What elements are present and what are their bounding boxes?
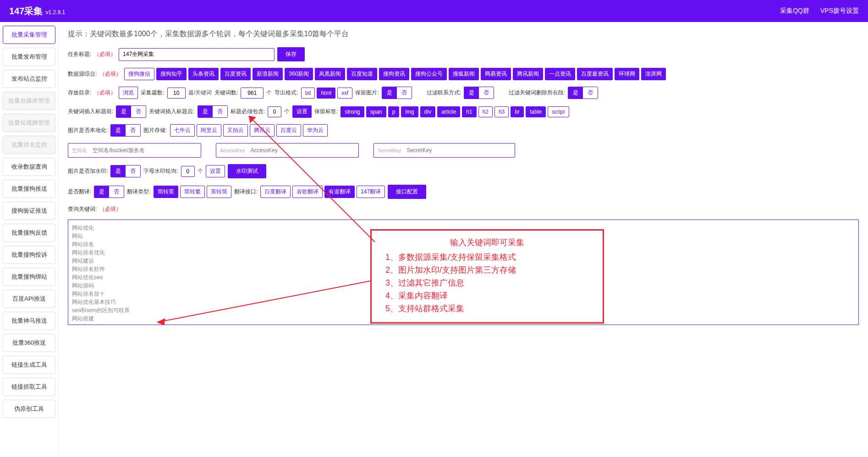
del-para-toggle[interactable]: 是否	[568, 87, 598, 99]
svg-line-2	[157, 281, 370, 322]
translate-type-tag[interactable]: 英转简	[207, 186, 231, 198]
source-tag[interactable]: 搜狗公众号	[411, 68, 447, 80]
source-required: （必填）	[99, 70, 121, 78]
source-tag[interactable]: 澎湃网	[641, 68, 666, 80]
source-tag[interactable]: 腾讯新闻	[513, 68, 543, 80]
query-kw-required: （必填）	[99, 205, 121, 213]
rotate-input[interactable]	[181, 166, 195, 177]
format-tag[interactable]: txt	[301, 88, 315, 99]
save-button[interactable]: 保存	[277, 47, 305, 61]
sidebar-item[interactable]: 批量搜狗绑站	[3, 268, 55, 286]
keep-tag[interactable]: h1	[462, 106, 476, 117]
source-tag[interactable]: 头条资讯	[188, 68, 219, 80]
store-tag[interactable]: 七牛云	[170, 124, 195, 137]
sidebar-item[interactable]: 发布站点监控	[3, 70, 55, 88]
source-tag[interactable]: 百度知道	[347, 68, 377, 80]
format-tag[interactable]: html	[317, 88, 335, 99]
sidebar-item[interactable]: 伪原创工具	[3, 400, 55, 418]
sidebar-item[interactable]: 批量搜狗推送	[3, 180, 55, 198]
insert-before-toggle[interactable]: 是否	[116, 105, 146, 118]
kw-count-label: 关键词数:	[214, 89, 238, 97]
query-kw-label: 查询关键词:	[68, 205, 97, 213]
secretkey-input[interactable]	[404, 144, 514, 156]
filter-contact-label: 过滤联系方式:	[427, 89, 461, 97]
keep-tag[interactable]: div	[420, 106, 435, 117]
watermark-toggle[interactable]: 是否	[110, 165, 141, 177]
source-tag[interactable]: 搜狐新闻	[449, 68, 479, 80]
sidebar-item[interactable]: 百度API推送	[3, 290, 55, 308]
version: v1.2.9.1	[45, 9, 65, 16]
annotation-arrow-2-icon	[150, 276, 375, 331]
sidebar-item[interactable]: 批量搜狗投诉	[3, 246, 55, 264]
store-tag[interactable]: 阿里云	[197, 124, 221, 137]
keep-tag[interactable]: article	[437, 106, 460, 117]
sidebar-item: 批量排名监控	[3, 136, 55, 154]
keep-tag[interactable]: h3	[494, 106, 509, 117]
sidebar-item[interactable]: 批量采集管理	[3, 26, 55, 44]
source-tag[interactable]: 搜狗微信	[124, 68, 154, 80]
link-qq-group[interactable]: 采集QQ群	[780, 7, 809, 15]
keep-img-toggle[interactable]: 是否	[382, 87, 412, 99]
space-input-group: 空间名	[68, 143, 201, 158]
source-tag[interactable]: 360新闻	[285, 68, 313, 80]
localize-toggle[interactable]: 是否	[110, 124, 141, 137]
sidebar-item[interactable]: 链接生成工具	[3, 356, 55, 374]
format-tag[interactable]: xxf	[337, 88, 352, 99]
translate-label: 是否翻译:	[68, 188, 91, 196]
translate-type-tag[interactable]: 简转繁	[180, 186, 205, 198]
sidebar-item[interactable]: 批量神马推送	[3, 312, 55, 330]
source-tag[interactable]: 新浪新闻	[253, 68, 283, 80]
api-config-button[interactable]: 接口配置	[388, 185, 426, 199]
del-para-label: 过滤关键词删除所在段:	[509, 89, 565, 97]
translate-toggle[interactable]: 是否	[94, 186, 124, 198]
storage-required: （必填）	[94, 89, 116, 97]
insert-after-toggle[interactable]: 是否	[198, 105, 228, 118]
translate-type-label: 翻译类型:	[127, 188, 150, 196]
source-tag[interactable]: 一点资讯	[545, 68, 575, 80]
sidebar-item: 批量短视频管理	[3, 114, 55, 132]
sidebar-item[interactable]: 批量搜狗反馈	[3, 224, 55, 242]
source-tag[interactable]: 搜狗资讯	[379, 68, 409, 80]
count-suffix: 篇/关键词	[188, 89, 212, 97]
sidebar-item[interactable]: 批量发布管理	[3, 48, 55, 66]
sidebar-item[interactable]: 收录数据查询	[3, 158, 55, 176]
rotate-set-button[interactable]: 设置	[206, 165, 225, 177]
annotation-box: 输入关键词即可采集 1、多数据源采集/支持保留采集格式 2、图片加水印/支持图片…	[370, 229, 604, 324]
keep-tag[interactable]: p	[388, 106, 400, 117]
source-tag[interactable]: 凤凰新闻	[315, 68, 345, 80]
watermark-label: 图片是否加水印:	[68, 167, 108, 175]
source-tag[interactable]: 搜狗知乎	[156, 68, 187, 80]
keep-img-label: 保留图片:	[355, 89, 379, 97]
source-tag[interactable]: 百度最资讯	[577, 68, 613, 80]
link-vps-settings[interactable]: VPS拨号设置	[820, 7, 859, 15]
kw-count-input[interactable]	[241, 88, 264, 99]
source-label: 数据源综合:	[68, 70, 97, 78]
count-input[interactable]	[167, 88, 186, 99]
translate-type-tag[interactable]: 简转英	[154, 186, 178, 198]
secretkey-input-group: SecretKey	[374, 143, 515, 158]
filter-contact-toggle[interactable]: 是否	[464, 87, 494, 99]
fmt-label: 导出格式:	[275, 89, 298, 97]
sidebar-item[interactable]: 搜狗验证推送	[3, 202, 55, 220]
svg-line-0	[249, 116, 375, 242]
source-tag[interactable]: 环球网	[615, 68, 639, 80]
count-label: 采集篇数:	[141, 89, 164, 97]
source-tag[interactable]: 网易资讯	[481, 68, 511, 80]
source-tag[interactable]: 百度资讯	[220, 68, 251, 80]
sidebar-item[interactable]: 批量360推送	[3, 334, 55, 352]
keep-tag[interactable]: h2	[478, 106, 493, 117]
browse-button[interactable]: 浏览	[119, 87, 138, 99]
keep-tag[interactable]: script	[548, 106, 569, 117]
sidebar-item[interactable]: 链接抓取工具	[3, 378, 55, 396]
insert-before-label: 关键词插入标题前:	[68, 108, 113, 116]
keep-tag[interactable]: br	[511, 106, 524, 117]
svg-marker-3	[157, 319, 165, 325]
keep-tag[interactable]: table	[526, 106, 546, 117]
storage-label: 存放目录:	[68, 89, 91, 97]
keep-tag[interactable]: img	[401, 106, 418, 117]
rotate-label: 字母水印轮询:	[143, 167, 178, 175]
hint-text: 提示：关键词数最多1000个，采集数据源多个轮训，每个关键词最多采集10篇每个平…	[68, 29, 859, 39]
task-title-input[interactable]	[119, 48, 275, 61]
space-input[interactable]	[90, 144, 200, 156]
sidebar-item: 批量自媒体管理	[3, 92, 55, 110]
